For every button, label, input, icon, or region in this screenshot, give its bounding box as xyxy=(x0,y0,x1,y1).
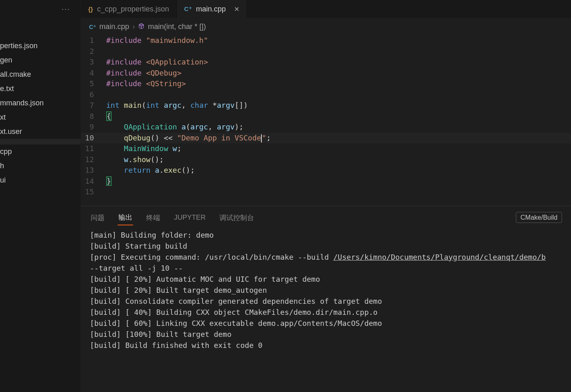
line-number: 15 xyxy=(81,187,106,198)
code-content: qDebug() << "Demo App in VSCode"; xyxy=(106,133,271,144)
close-icon[interactable]: ✕ xyxy=(234,5,239,13)
code-content: return a.exec(); xyxy=(106,165,195,176)
explorer-item[interactable]: perties.json xyxy=(0,39,80,53)
brace: { xyxy=(106,111,112,121)
line-number: 4 xyxy=(81,68,106,79)
explorer-item[interactable]: h xyxy=(0,159,80,173)
line-number: 13 xyxy=(81,165,106,176)
sidebar-header: ··· xyxy=(0,0,80,18)
line-number: 2 xyxy=(81,46,106,57)
output-line: [build] Build finished with exit code 0 xyxy=(90,340,562,351)
line-number: 1 xyxy=(81,35,106,46)
panel-tab-终端[interactable]: 终端 xyxy=(145,211,161,225)
explorer-item[interactable]: e.txt xyxy=(0,82,80,96)
code-content: int main(int argc, char *argv[]) xyxy=(106,100,248,111)
code-line[interactable]: 14} xyxy=(81,176,571,187)
output-line: [build] Consolidate compiler generated d… xyxy=(90,296,562,307)
panel-tab-调试控制台[interactable]: 调试控制台 xyxy=(219,211,255,225)
output-line: --target all -j 10 -- xyxy=(90,263,562,274)
line-number: 9 xyxy=(81,122,106,133)
code-line[interactable]: 3#include <QApplication> xyxy=(81,57,571,68)
line-number: 10 xyxy=(81,133,106,144)
output-line: [build] [ 60%] Linking CXX executable de… xyxy=(90,318,562,329)
output-line: [build] [ 20%] Automatic MOC and UIC for… xyxy=(90,274,562,285)
code-content: #include <QApplication> xyxy=(106,57,208,68)
json-icon: {} xyxy=(88,6,93,13)
line-number: 6 xyxy=(81,89,106,100)
output-content[interactable]: [main] Building folder: demo[build] Star… xyxy=(81,225,571,355)
explorer-item[interactable]: mmands.json xyxy=(0,96,80,110)
explorer-item[interactable] xyxy=(0,139,80,145)
panel-tab-JUPYTER[interactable]: JUPYTER xyxy=(173,211,206,224)
breadcrumb-file[interactable]: main.cpp xyxy=(99,22,129,31)
code-line[interactable]: 4#include <QDebug> xyxy=(81,68,571,79)
symbol-icon xyxy=(138,23,145,31)
explorer-file-list: perties.jsongenall.cmakee.txtmmands.json… xyxy=(0,18,80,187)
explorer-item[interactable]: cpp xyxy=(0,145,80,159)
bottom-panel: 问题输出终端JUPYTER调试控制台 CMake/Build [main] Bu… xyxy=(81,206,571,392)
code-content: #include <QDebug> xyxy=(106,68,181,79)
explorer-item[interactable]: all.cmake xyxy=(0,67,80,82)
line-number: 3 xyxy=(81,57,106,68)
output-line: [build] Starting build xyxy=(90,241,562,252)
code-content: w.show(); xyxy=(106,154,164,165)
tab-label: main.cpp xyxy=(196,5,226,13)
output-channel-selector[interactable]: CMake/Build xyxy=(516,212,562,223)
line-number: 5 xyxy=(81,78,106,89)
line-number: 8 xyxy=(81,111,106,122)
code-line[interactable]: 1#include "mainwindow.h" xyxy=(81,35,571,46)
line-number: 11 xyxy=(81,143,106,154)
line-number: 14 xyxy=(81,176,106,187)
tab-bar: {}c_cpp_properties.jsonC⁺main.cpp✕ xyxy=(81,0,571,18)
code-line[interactable]: 6 xyxy=(81,89,571,100)
code-line[interactable]: 2 xyxy=(81,46,571,57)
cpp-icon: C⁺ xyxy=(184,5,192,13)
editor-area: {}c_cpp_properties.jsonC⁺main.cpp✕ C⁺ ma… xyxy=(81,0,571,392)
code-content: #include <QString> xyxy=(106,78,186,89)
code-line[interactable]: 15 xyxy=(81,187,571,198)
code-line[interactable]: 11 MainWindow w; xyxy=(81,143,571,154)
code-line[interactable]: 12 w.show(); xyxy=(81,154,571,165)
explorer-item[interactable]: ui xyxy=(0,173,80,187)
code-content: { xyxy=(106,111,112,122)
editor-tab[interactable]: C⁺main.cpp✕ xyxy=(177,0,247,18)
breadcrumb-separator: › xyxy=(132,22,135,31)
output-line: [build] [ 40%] Building CXX object CMake… xyxy=(90,307,562,318)
panel-right-controls: CMake/Build xyxy=(516,214,562,222)
panel-tabs: 问题输出终端JUPYTER调试控制台 CMake/Build xyxy=(81,210,571,225)
more-actions-icon[interactable]: ··· xyxy=(62,5,70,13)
code-line[interactable]: 5#include <QString> xyxy=(81,78,571,89)
explorer-item[interactable]: xt xyxy=(0,110,80,125)
panel-tab-问题[interactable]: 问题 xyxy=(90,211,105,225)
panel-tab-输出[interactable]: 输出 xyxy=(118,210,133,225)
line-number: 7 xyxy=(81,100,106,111)
output-line: [main] Building folder: demo xyxy=(90,229,562,241)
explorer-sidebar: ··· perties.jsongenall.cmakee.txtmmands.… xyxy=(0,0,81,392)
code-content: MainWindow w; xyxy=(106,143,181,154)
code-line[interactable]: 8{ xyxy=(81,111,571,122)
code-editor[interactable]: 1#include "mainwindow.h"23#include <QApp… xyxy=(81,35,571,206)
code-content: #include "mainwindow.h" xyxy=(106,35,208,46)
code-line[interactable]: 7int main(int argc, char *argv[]) xyxy=(81,100,571,111)
breadcrumb-symbol[interactable]: main(int, char * []) xyxy=(148,22,206,31)
line-number: 12 xyxy=(81,154,106,165)
code-line[interactable]: 9 QApplication a(argc, argv); xyxy=(81,122,571,133)
output-line: [build] [100%] Built target demo xyxy=(90,329,562,340)
code-line[interactable]: 10 qDebug() << "Demo App in VSCode"; xyxy=(81,133,571,144)
code-line[interactable]: 13 return a.exec(); xyxy=(81,165,571,176)
explorer-item[interactable]: xt.user xyxy=(0,125,80,139)
cpp-icon: C⁺ xyxy=(89,24,96,30)
breadcrumb[interactable]: C⁺ main.cpp › main(int, char * []) xyxy=(81,18,571,35)
output-line: [proc] Executing command: /usr/local/bin… xyxy=(90,252,562,263)
editor-tab[interactable]: {}c_cpp_properties.json xyxy=(81,0,177,18)
code-content: QApplication a(argc, argv); xyxy=(106,122,243,133)
tab-label: c_cpp_properties.json xyxy=(97,5,169,13)
output-line: [build] [ 20%] Built target demo_autogen xyxy=(90,285,562,296)
explorer-item[interactable]: gen xyxy=(0,53,80,67)
brace: } xyxy=(106,176,112,186)
code-content: } xyxy=(106,176,112,187)
